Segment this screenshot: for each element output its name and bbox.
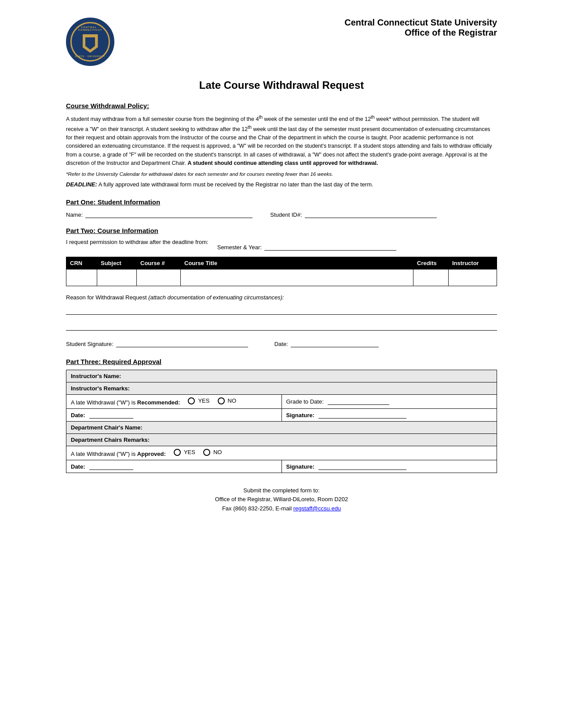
recommended-no-label: NO: [228, 397, 237, 404]
name-input-line[interactable]: [85, 210, 252, 218]
instructor-sig-cell: Signature:: [282, 408, 497, 421]
student-sig-label: Student Signature:: [66, 341, 113, 347]
name-label: Name:: [66, 211, 83, 218]
grade-to-date-label: Grade to Date:: [286, 398, 324, 405]
reason-label: Reason for Withdrawal Request (attach do…: [66, 294, 497, 301]
semester-input-line[interactable]: [264, 243, 396, 251]
col-header-crn: CRN: [66, 257, 97, 269]
table-row: [66, 269, 497, 286]
recommended-yes-label: YES: [198, 397, 209, 404]
dept-chair-remarks-row: Department Chairs Remarks:: [66, 433, 497, 446]
instructor-date-sig-row: Date: Signature:: [66, 408, 497, 421]
form-title: Late Course Withdrawal Request: [66, 79, 497, 91]
student-id-field-group: Student ID#:: [270, 210, 436, 218]
col-header-credits: Credits: [413, 257, 449, 269]
instructor-remarks-row: Instructor's Remarks:: [66, 382, 497, 394]
date-label: Date:: [274, 341, 288, 347]
dept-approved-row: A late Withdrawal ("W") is Approved: YES…: [66, 446, 497, 460]
deadline-label: DEADLINE:: [66, 181, 97, 188]
student-id-label: Student ID#:: [270, 211, 302, 218]
instructor-date-cell: Date:: [66, 408, 282, 421]
footer: Submit the completed form to: Office of …: [66, 486, 497, 513]
part-one-heading: Part One: Student Information: [66, 198, 497, 206]
dept-chair-name-cell: Department Chair's Name:: [66, 421, 497, 433]
part-three-heading: Part Three: Required Approval: [66, 358, 497, 365]
grade-to-date-cell: Grade to Date:: [282, 394, 497, 408]
cell-credits[interactable]: [413, 269, 449, 286]
footer-line3-text: Fax (860) 832-2250, E-mail: [222, 505, 293, 512]
footer-line2: Office of the Registrar, Willard-DiLoret…: [66, 495, 497, 504]
table-header-row: CRN Subject Course # Course Title Credit…: [66, 257, 497, 269]
header-title: Central Connecticut State University Off…: [344, 18, 497, 38]
reason-section: Reason for Withdrawal Request (attach do…: [66, 294, 497, 331]
part-two-heading: Part Two: Course Information: [66, 227, 497, 234]
name-field-group: Name:: [66, 210, 252, 218]
reason-label-text: Reason for Withdrawal Request: [66, 294, 148, 301]
student-sig-group: Student Signature:: [66, 339, 248, 347]
cell-crn[interactable]: [66, 269, 97, 286]
policy-paragraph: A student may withdraw from a full semes…: [66, 114, 497, 168]
reason-line-1[interactable]: [66, 305, 497, 315]
recommended-no-radio[interactable]: [218, 397, 225, 404]
university-logo: CENTRAL · CONNECTICUT STATE · UNIVERSITY: [66, 18, 114, 66]
reason-line-2[interactable]: [66, 321, 497, 331]
col-header-title: Course Title: [181, 257, 413, 269]
col-header-subject: Subject: [97, 257, 137, 269]
instructor-recommendation-row: A late Withdrawal ("W") is Recommended: …: [66, 394, 497, 408]
student-sig-line[interactable]: [116, 339, 248, 347]
footer-line1: Submit the completed form to:: [66, 486, 497, 495]
signature-row: Student Signature: Date:: [66, 339, 497, 347]
student-info-row: Name: Student ID#:: [66, 210, 497, 218]
reason-italic-text: (attach documentation of extenuating cir…: [148, 294, 284, 301]
approved-no-radio[interactable]: [203, 449, 210, 456]
semester-row: I request permission to withdraw after t…: [66, 239, 497, 251]
dept-date-cell: Date:: [66, 460, 282, 473]
deadline-text: DEADLINE: A fully approved late withdraw…: [66, 181, 497, 188]
instructor-name-row: Instructor's Name:: [66, 370, 497, 382]
footer-email-link[interactable]: regstaff@ccsu.edu: [293, 505, 341, 512]
approved-no-label: NO: [213, 449, 222, 455]
part-three-section: Part Three: Required Approval Instructor…: [66, 358, 497, 473]
policy-heading: Course Withdrawal Policy:: [66, 102, 497, 109]
dept-chair-name-row: Department Chair's Name:: [66, 421, 497, 433]
footer-line3: Fax (860) 832-2250, E-mail regstaff@ccsu…: [66, 504, 497, 513]
dept-date-line[interactable]: [89, 463, 133, 470]
cell-coursen[interactable]: [137, 269, 181, 286]
approved-yes-label: YES: [184, 449, 195, 455]
policy-section: Course Withdrawal Policy: A student may …: [66, 102, 497, 188]
dept-sig-cell: Signature:: [282, 460, 497, 473]
approved-yes-radio[interactable]: [174, 449, 181, 456]
dept-sig-line[interactable]: [318, 463, 406, 470]
date-group: Date:: [274, 339, 379, 347]
cell-subject[interactable]: [97, 269, 137, 286]
university-name: Central Connecticut State University: [344, 18, 497, 28]
student-id-input-line[interactable]: [305, 210, 437, 218]
deadline-body: A fully approved late withdrawal form mu…: [97, 181, 373, 188]
course-table: CRN Subject Course # Course Title Credit…: [66, 257, 497, 286]
cell-instructor[interactable]: [449, 269, 497, 286]
date-line[interactable]: [291, 339, 379, 347]
part-two-section: Part Two: Course Information I request p…: [66, 227, 497, 347]
approval-table: Instructor's Name: Instructor's Remarks:…: [66, 370, 497, 473]
instructor-remarks-cell: Instructor's Remarks:: [66, 382, 497, 394]
instructor-sig-line[interactable]: [318, 411, 406, 419]
office-name: Office of the Registrar: [344, 28, 497, 38]
col-header-coursen: Course #: [137, 257, 181, 269]
semester-field-group: Semester & Year:: [217, 243, 396, 251]
col-header-instructor: Instructor: [449, 257, 497, 269]
grade-to-date-line[interactable]: [328, 398, 389, 405]
dept-date-sig-row: Date: Signature:: [66, 460, 497, 473]
part-two-subtitle: I request permission to withdraw after t…: [66, 239, 208, 245]
recommendation-label-cell: A late Withdrawal ("W") is Recommended: …: [66, 394, 282, 408]
recommended-yes-radio[interactable]: [188, 397, 195, 404]
instructor-name-cell: Instructor's Name:: [66, 370, 497, 382]
approved-label-cell: A late Withdrawal ("W") is Approved: YES…: [66, 446, 497, 460]
page-header: CENTRAL · CONNECTICUT STATE · UNIVERSITY…: [66, 18, 497, 66]
policy-footnote: *Refer to the University Calendar for wi…: [66, 171, 497, 177]
semester-label: Semester & Year:: [217, 244, 262, 251]
part-one-section: Part One: Student Information Name: Stud…: [66, 198, 497, 218]
dept-chair-remarks-cell: Department Chairs Remarks:: [66, 433, 497, 446]
instructor-date-line[interactable]: [89, 411, 133, 419]
cell-title[interactable]: [181, 269, 413, 286]
